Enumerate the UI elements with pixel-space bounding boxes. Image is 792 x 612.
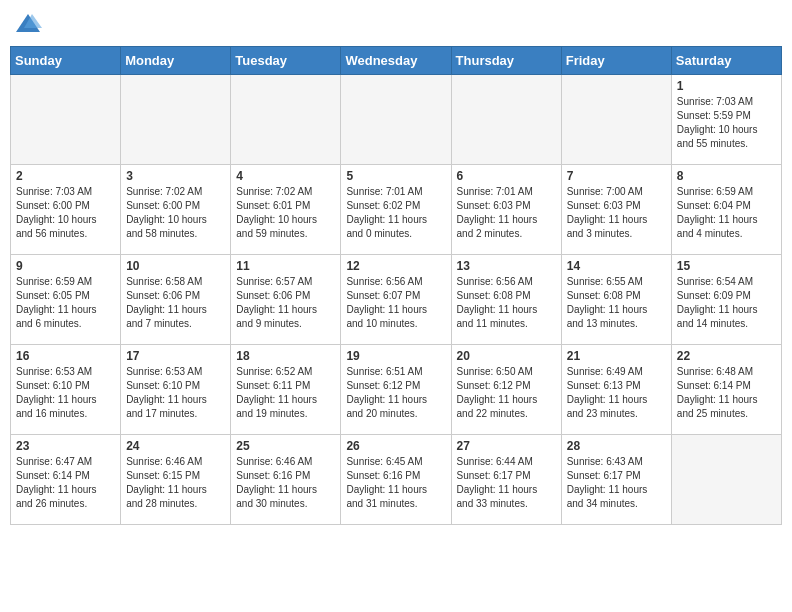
day-info: Sunrise: 6:46 AM Sunset: 6:15 PM Dayligh… [126,455,225,511]
day-info: Sunrise: 7:01 AM Sunset: 6:02 PM Dayligh… [346,185,445,241]
calendar-day-cell: 14Sunrise: 6:55 AM Sunset: 6:08 PM Dayli… [561,255,671,345]
logo [14,10,44,38]
day-info: Sunrise: 6:45 AM Sunset: 6:16 PM Dayligh… [346,455,445,511]
calendar-day-cell: 13Sunrise: 6:56 AM Sunset: 6:08 PM Dayli… [451,255,561,345]
calendar-day-cell: 17Sunrise: 6:53 AM Sunset: 6:10 PM Dayli… [121,345,231,435]
calendar-day-cell [561,75,671,165]
day-number: 26 [346,439,445,453]
calendar-day-cell: 8Sunrise: 6:59 AM Sunset: 6:04 PM Daylig… [671,165,781,255]
day-number: 4 [236,169,335,183]
calendar-day-cell: 23Sunrise: 6:47 AM Sunset: 6:14 PM Dayli… [11,435,121,525]
calendar-day-cell [671,435,781,525]
day-number: 16 [16,349,115,363]
day-info: Sunrise: 6:50 AM Sunset: 6:12 PM Dayligh… [457,365,556,421]
day-number: 12 [346,259,445,273]
day-number: 27 [457,439,556,453]
day-info: Sunrise: 6:55 AM Sunset: 6:08 PM Dayligh… [567,275,666,331]
calendar-day-cell: 21Sunrise: 6:49 AM Sunset: 6:13 PM Dayli… [561,345,671,435]
calendar-day-cell: 3Sunrise: 7:02 AM Sunset: 6:00 PM Daylig… [121,165,231,255]
day-info: Sunrise: 6:57 AM Sunset: 6:06 PM Dayligh… [236,275,335,331]
calendar-day-cell: 1Sunrise: 7:03 AM Sunset: 5:59 PM Daylig… [671,75,781,165]
day-number: 15 [677,259,776,273]
calendar-day-cell: 15Sunrise: 6:54 AM Sunset: 6:09 PM Dayli… [671,255,781,345]
calendar-day-cell: 16Sunrise: 6:53 AM Sunset: 6:10 PM Dayli… [11,345,121,435]
day-number: 1 [677,79,776,93]
day-number: 21 [567,349,666,363]
weekday-header-tuesday: Tuesday [231,47,341,75]
calendar-day-cell: 28Sunrise: 6:43 AM Sunset: 6:17 PM Dayli… [561,435,671,525]
day-info: Sunrise: 6:58 AM Sunset: 6:06 PM Dayligh… [126,275,225,331]
weekday-header-friday: Friday [561,47,671,75]
day-number: 22 [677,349,776,363]
calendar-week-2: 2Sunrise: 7:03 AM Sunset: 6:00 PM Daylig… [11,165,782,255]
day-info: Sunrise: 7:03 AM Sunset: 6:00 PM Dayligh… [16,185,115,241]
day-info: Sunrise: 6:48 AM Sunset: 6:14 PM Dayligh… [677,365,776,421]
day-info: Sunrise: 7:00 AM Sunset: 6:03 PM Dayligh… [567,185,666,241]
calendar-day-cell: 10Sunrise: 6:58 AM Sunset: 6:06 PM Dayli… [121,255,231,345]
day-info: Sunrise: 6:43 AM Sunset: 6:17 PM Dayligh… [567,455,666,511]
logo-icon [14,10,42,38]
calendar-day-cell: 24Sunrise: 6:46 AM Sunset: 6:15 PM Dayli… [121,435,231,525]
calendar-day-cell [451,75,561,165]
day-info: Sunrise: 6:59 AM Sunset: 6:05 PM Dayligh… [16,275,115,331]
day-info: Sunrise: 6:51 AM Sunset: 6:12 PM Dayligh… [346,365,445,421]
day-info: Sunrise: 6:56 AM Sunset: 6:07 PM Dayligh… [346,275,445,331]
day-number: 24 [126,439,225,453]
day-number: 10 [126,259,225,273]
calendar-day-cell: 20Sunrise: 6:50 AM Sunset: 6:12 PM Dayli… [451,345,561,435]
weekday-header-row: SundayMondayTuesdayWednesdayThursdayFrid… [11,47,782,75]
day-number: 5 [346,169,445,183]
calendar-day-cell [231,75,341,165]
day-info: Sunrise: 7:02 AM Sunset: 6:01 PM Dayligh… [236,185,335,241]
calendar-week-3: 9Sunrise: 6:59 AM Sunset: 6:05 PM Daylig… [11,255,782,345]
day-info: Sunrise: 6:56 AM Sunset: 6:08 PM Dayligh… [457,275,556,331]
calendar-day-cell [341,75,451,165]
calendar-week-5: 23Sunrise: 6:47 AM Sunset: 6:14 PM Dayli… [11,435,782,525]
calendar-day-cell: 11Sunrise: 6:57 AM Sunset: 6:06 PM Dayli… [231,255,341,345]
day-number: 19 [346,349,445,363]
day-number: 11 [236,259,335,273]
page-header [10,10,782,38]
day-number: 7 [567,169,666,183]
day-number: 28 [567,439,666,453]
day-info: Sunrise: 6:52 AM Sunset: 6:11 PM Dayligh… [236,365,335,421]
day-number: 9 [16,259,115,273]
calendar-day-cell: 19Sunrise: 6:51 AM Sunset: 6:12 PM Dayli… [341,345,451,435]
day-info: Sunrise: 6:54 AM Sunset: 6:09 PM Dayligh… [677,275,776,331]
day-number: 13 [457,259,556,273]
weekday-header-wednesday: Wednesday [341,47,451,75]
day-number: 25 [236,439,335,453]
weekday-header-monday: Monday [121,47,231,75]
weekday-header-thursday: Thursday [451,47,561,75]
day-info: Sunrise: 7:02 AM Sunset: 6:00 PM Dayligh… [126,185,225,241]
calendar-week-1: 1Sunrise: 7:03 AM Sunset: 5:59 PM Daylig… [11,75,782,165]
calendar-day-cell: 26Sunrise: 6:45 AM Sunset: 6:16 PM Dayli… [341,435,451,525]
day-number: 17 [126,349,225,363]
day-info: Sunrise: 6:49 AM Sunset: 6:13 PM Dayligh… [567,365,666,421]
calendar-day-cell: 9Sunrise: 6:59 AM Sunset: 6:05 PM Daylig… [11,255,121,345]
day-info: Sunrise: 6:53 AM Sunset: 6:10 PM Dayligh… [126,365,225,421]
day-number: 2 [16,169,115,183]
day-info: Sunrise: 6:44 AM Sunset: 6:17 PM Dayligh… [457,455,556,511]
calendar-day-cell: 2Sunrise: 7:03 AM Sunset: 6:00 PM Daylig… [11,165,121,255]
calendar-day-cell: 12Sunrise: 6:56 AM Sunset: 6:07 PM Dayli… [341,255,451,345]
weekday-header-saturday: Saturday [671,47,781,75]
day-number: 20 [457,349,556,363]
calendar-day-cell: 6Sunrise: 7:01 AM Sunset: 6:03 PM Daylig… [451,165,561,255]
calendar-week-4: 16Sunrise: 6:53 AM Sunset: 6:10 PM Dayli… [11,345,782,435]
calendar-day-cell [121,75,231,165]
day-info: Sunrise: 6:47 AM Sunset: 6:14 PM Dayligh… [16,455,115,511]
calendar-day-cell: 27Sunrise: 6:44 AM Sunset: 6:17 PM Dayli… [451,435,561,525]
day-number: 3 [126,169,225,183]
calendar-day-cell: 4Sunrise: 7:02 AM Sunset: 6:01 PM Daylig… [231,165,341,255]
calendar-day-cell: 5Sunrise: 7:01 AM Sunset: 6:02 PM Daylig… [341,165,451,255]
calendar-table: SundayMondayTuesdayWednesdayThursdayFrid… [10,46,782,525]
day-info: Sunrise: 7:03 AM Sunset: 5:59 PM Dayligh… [677,95,776,151]
day-number: 23 [16,439,115,453]
calendar-day-cell: 18Sunrise: 6:52 AM Sunset: 6:11 PM Dayli… [231,345,341,435]
weekday-header-sunday: Sunday [11,47,121,75]
day-number: 18 [236,349,335,363]
calendar-day-cell: 7Sunrise: 7:00 AM Sunset: 6:03 PM Daylig… [561,165,671,255]
calendar-day-cell: 25Sunrise: 6:46 AM Sunset: 6:16 PM Dayli… [231,435,341,525]
day-number: 8 [677,169,776,183]
